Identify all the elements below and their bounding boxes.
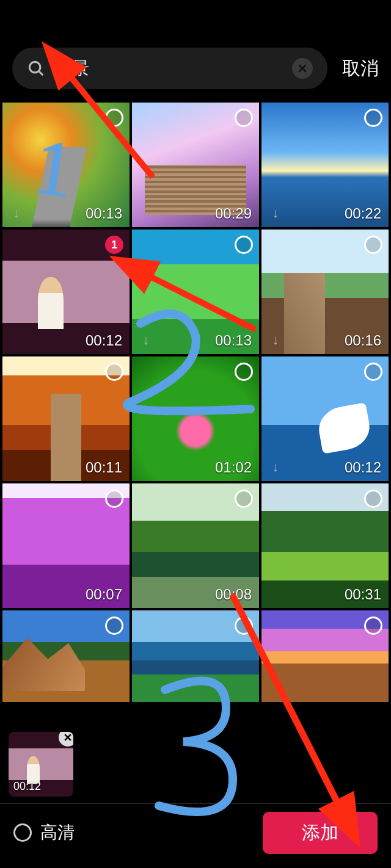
- search-input[interactable]: [55, 59, 282, 78]
- svg-line-1: [39, 71, 43, 75]
- select-circle[interactable]: [105, 617, 123, 635]
- download-icon[interactable]: ↓: [268, 459, 283, 475]
- add-button[interactable]: 添加: [263, 812, 378, 854]
- media-cell[interactable]: 00:07: [2, 483, 130, 608]
- media-duration: 00:22: [345, 205, 381, 222]
- select-circle[interactable]: [235, 236, 253, 254]
- clear-search-button[interactable]: [292, 58, 313, 79]
- divider: [0, 803, 391, 804]
- media-cell[interactable]: 01:02: [132, 356, 259, 481]
- tray-item[interactable]: 00:12: [9, 732, 73, 797]
- search-bar: 取消: [0, 0, 391, 103]
- selection-tray: 00:12: [0, 728, 391, 801]
- media-duration: 00:12: [345, 459, 381, 476]
- search-box[interactable]: [12, 48, 327, 89]
- hd-label: 高清: [40, 821, 75, 844]
- media-duration: 00:31: [345, 586, 381, 603]
- media-cell[interactable]: [2, 610, 130, 702]
- download-icon[interactable]: ↓: [268, 205, 283, 221]
- hd-toggle[interactable]: 高清: [13, 821, 75, 844]
- media-cell[interactable]: 00:29: [132, 103, 259, 227]
- media-cell[interactable]: 1 00:12: [2, 230, 130, 354]
- select-circle[interactable]: [235, 363, 253, 381]
- select-circle[interactable]: [105, 490, 123, 508]
- download-icon[interactable]: ↓: [268, 332, 283, 348]
- select-circle[interactable]: [364, 617, 382, 635]
- media-duration: 00:16: [345, 332, 381, 349]
- select-circle[interactable]: 1: [105, 236, 123, 254]
- media-duration: 00:13: [86, 205, 122, 222]
- media-cell[interactable]: 00:11: [2, 356, 130, 481]
- media-cell[interactable]: [132, 610, 259, 702]
- media-duration: 00:13: [215, 332, 252, 349]
- media-cell[interactable]: 00:08: [132, 483, 259, 608]
- select-circle[interactable]: [235, 490, 253, 508]
- media-duration: 01:02: [215, 459, 252, 476]
- close-icon: [298, 64, 307, 73]
- media-cell[interactable]: ↓ 00:12: [261, 356, 389, 481]
- select-circle[interactable]: [364, 490, 382, 508]
- search-icon: [27, 59, 45, 78]
- select-circle[interactable]: [235, 109, 253, 127]
- media-cell[interactable]: 00:31: [261, 483, 389, 608]
- media-cell[interactable]: ↓ 00:13: [2, 103, 130, 227]
- media-cell[interactable]: ↓ 00:13: [132, 230, 259, 354]
- download-icon[interactable]: ↓: [9, 205, 24, 221]
- select-circle[interactable]: [364, 109, 382, 127]
- media-grid: ↓ 00:13 00:29 ↓ 00:22 1 00:12 ↓ 00:13 ↓ …: [0, 103, 391, 702]
- media-cell[interactable]: [261, 610, 389, 702]
- media-cell[interactable]: ↓ 00:22: [261, 103, 389, 227]
- select-circle[interactable]: [235, 617, 253, 635]
- radio-icon: [13, 823, 32, 842]
- media-duration: 00:08: [215, 586, 252, 603]
- media-cell[interactable]: ↓ 00:16: [261, 230, 389, 354]
- tray-duration: 00:12: [13, 780, 41, 793]
- select-circle[interactable]: [364, 363, 382, 381]
- select-circle[interactable]: [105, 363, 123, 381]
- select-circle[interactable]: [105, 109, 123, 127]
- media-duration: 00:07: [86, 586, 122, 603]
- close-icon: [64, 734, 71, 741]
- media-duration: 00:12: [86, 332, 122, 349]
- media-duration: 00:29: [215, 205, 252, 222]
- media-duration: 00:11: [86, 459, 122, 476]
- cancel-button[interactable]: 取消: [342, 56, 379, 81]
- svg-point-0: [29, 62, 40, 73]
- download-icon[interactable]: ↓: [138, 332, 154, 348]
- bottom-bar: 高清 添加: [0, 808, 391, 857]
- select-circle[interactable]: [364, 236, 382, 254]
